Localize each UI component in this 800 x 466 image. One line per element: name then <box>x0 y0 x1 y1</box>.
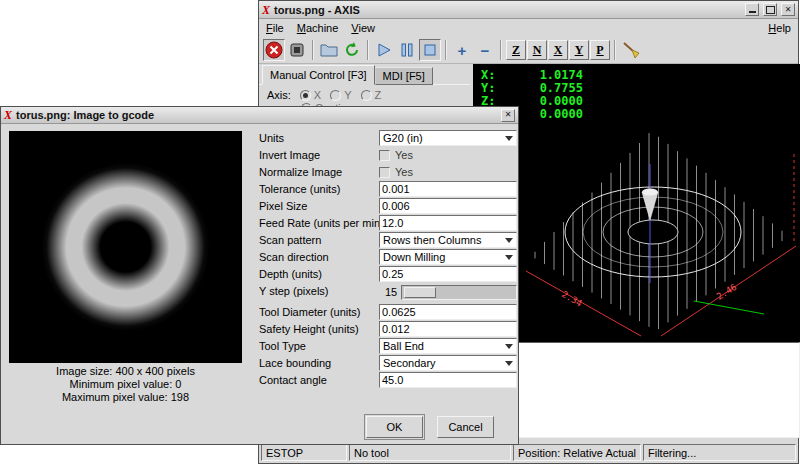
menu-machine[interactable]: Machine <box>297 22 339 34</box>
field-row-feed-rate: Feed Rate (units per minute) <box>247 215 517 232</box>
stop-icon <box>421 41 439 59</box>
tool-top <box>642 189 658 196</box>
view-z-button[interactable]: Z <box>506 40 526 60</box>
preview-pane[interactable]: 2.34 2.46 X:1.0174 Y:0.7755 Z:0.0000 0.0… <box>473 64 800 342</box>
axis-logo-icon: X <box>4 109 12 121</box>
open-file-button[interactable] <box>318 39 340 61</box>
image-preview-panel <box>9 131 242 363</box>
axis-radio-y[interactable]: Y <box>330 89 351 101</box>
clear-plot-button[interactable] <box>620 39 642 61</box>
status-estop: ESTOP <box>261 444 347 461</box>
field-label: Scan direction <box>259 251 329 263</box>
y-step-slider[interactable]: 15 <box>379 283 517 303</box>
tab-mdi[interactable]: MDI [F5] <box>375 67 433 85</box>
tolerance-input[interactable] <box>379 181 517 197</box>
stop-button[interactable] <box>419 39 441 61</box>
axis-select-row: Axis: X Y Z <box>267 89 381 101</box>
reload-button[interactable] <box>341 39 363 61</box>
axis-window-title: torus.png - AXIS <box>274 4 360 16</box>
maximize-button[interactable] <box>763 3 777 16</box>
safety-height-input[interactable] <box>379 321 517 337</box>
field-label: Lace bounding <box>259 357 331 369</box>
menu-file[interactable]: File <box>266 22 284 34</box>
field-label: Normalize Image <box>259 166 342 178</box>
ok-button[interactable]: OK <box>366 416 423 438</box>
zoom-in-button[interactable]: + <box>451 39 473 61</box>
field-row-lace-bounding: Lace bounding Secondary <box>247 355 517 372</box>
tool-diameter-input[interactable] <box>379 304 517 320</box>
radio-icon <box>361 90 372 101</box>
axis-logo-icon: X <box>262 4 270 16</box>
status-message: Filtering... <box>643 444 796 461</box>
field-label: Y step (pixels) <box>259 285 329 297</box>
zoom-out-button[interactable]: − <box>474 39 496 61</box>
axis-radio-x[interactable]: X <box>300 89 321 101</box>
invert-image-checkbox[interactable]: Yes <box>379 147 413 163</box>
view-y-button[interactable]: Y <box>569 40 589 60</box>
image-info: Image size: 400 x 400 pixels Minimum pix… <box>9 365 242 404</box>
chevron-down-icon <box>505 255 513 260</box>
field-row-units: Units G20 (in) <box>247 130 517 147</box>
axis-label: Axis: <box>267 89 291 101</box>
field-label: Feed Rate (units per minute) <box>259 217 399 229</box>
lace-bounding-select[interactable]: Secondary <box>379 355 517 371</box>
slider-trough[interactable] <box>401 285 517 300</box>
depth-input[interactable] <box>379 266 517 282</box>
folder-icon <box>320 42 338 58</box>
gcode-options-form: Units G20 (in) Invert Image Yes Normaliz… <box>247 130 517 389</box>
scan-direction-select[interactable]: Down Milling <box>379 249 517 265</box>
dialog-close-button[interactable]: ✕ <box>501 109 515 122</box>
close-icon: ✕ <box>785 6 792 14</box>
torus-image <box>9 131 242 363</box>
radio-icon <box>300 90 311 101</box>
field-label: Scan pattern <box>259 234 321 246</box>
checkbox-icon <box>379 150 390 161</box>
torus-hole <box>628 220 678 244</box>
pause-button[interactable] <box>396 39 418 61</box>
view-z2-button[interactable]: N <box>527 40 547 60</box>
axis-titlebar: X torus.png - AXIS ✕ <box>259 1 798 19</box>
run-button[interactable] <box>373 39 395 61</box>
units-select[interactable]: G20 (in) <box>379 130 517 146</box>
status-position-mode: Position: Relative Actual <box>513 444 641 461</box>
cancel-button[interactable]: Cancel <box>437 416 494 438</box>
play-icon <box>375 41 393 59</box>
machine-power-button[interactable] <box>286 39 308 61</box>
normalize-image-checkbox[interactable]: Yes <box>379 164 413 180</box>
image-to-gcode-dialog: X torus.png: Image to gcode ✕ Image size… <box>0 106 519 445</box>
chevron-down-icon <box>505 344 513 349</box>
menu-view[interactable]: View <box>351 22 375 34</box>
checkbox-icon <box>379 167 390 178</box>
contact-angle-input[interactable] <box>379 372 517 388</box>
close-icon: ✕ <box>505 111 512 119</box>
chevron-down-icon <box>505 136 513 141</box>
scan-pattern-select[interactable]: Rows then Columns <box>379 232 517 248</box>
view-p-button[interactable]: P <box>590 40 610 60</box>
field-label: Invert Image <box>259 149 320 161</box>
estop-button[interactable] <box>263 39 285 61</box>
pause-icon <box>398 41 416 59</box>
slider-value: 15 <box>385 286 397 298</box>
toolbar-separator <box>500 40 502 60</box>
minimize-button[interactable] <box>745 3 759 16</box>
radio-icon <box>330 90 341 101</box>
view-x-button[interactable]: X <box>548 40 568 60</box>
toolbar: + − Z N X Y P <box>259 37 798 64</box>
gcode-listing[interactable] <box>473 342 800 438</box>
axis-radio-z[interactable]: Z <box>361 89 382 101</box>
slider-thumb[interactable] <box>404 287 436 298</box>
field-label: Contact angle <box>259 374 327 386</box>
close-button[interactable]: ✕ <box>781 3 795 16</box>
dimension-label-right: 2.46 <box>715 282 739 302</box>
tabs: Manual Control [F3] MDI [F5] <box>262 65 433 85</box>
tool-type-select[interactable]: Ball End <box>379 338 517 354</box>
field-row-tool-type: Tool Type Ball End <box>247 338 517 355</box>
toolbar-separator <box>445 40 447 60</box>
field-row-y-step: Y step (pixels) 15 <box>247 283 517 304</box>
dialog-titlebar: X torus.png: Image to gcode ✕ <box>1 107 518 124</box>
field-row-normalize: Normalize Image Yes <box>247 164 517 181</box>
pixel-size-input[interactable] <box>379 198 517 214</box>
tab-manual-control[interactable]: Manual Control [F3] <box>262 65 375 85</box>
feed-rate-input[interactable] <box>379 215 517 231</box>
menu-help[interactable]: Help <box>768 22 791 34</box>
